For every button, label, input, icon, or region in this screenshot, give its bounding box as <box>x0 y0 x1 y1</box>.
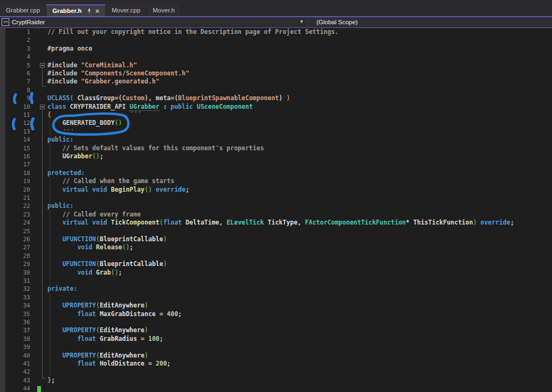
code-text: #include "Components/SceneComponent.h" <box>47 69 189 78</box>
line-number: 13 <box>0 128 30 136</box>
text-caret <box>37 386 41 392</box>
code-line[interactable]: 1// Fill out your copyright notice in th… <box>0 28 552 36</box>
line-number: 22 <box>0 202 30 210</box>
line-number: 33 <box>0 293 30 302</box>
line-number: 20 <box>0 186 30 194</box>
code-editor[interactable]: 1// Fill out your copyright notice in th… <box>0 28 552 392</box>
tab-grabber-h[interactable]: Grabber.h× <box>46 4 106 16</box>
code-line[interactable]: 22public: <box>0 202 552 210</box>
code-text: float HoldDistance = 200; <box>47 360 171 368</box>
code-line[interactable]: 25 <box>0 227 552 235</box>
line-number: 39 <box>0 343 30 351</box>
code-text: UFUNCTION(BlueprintCallable) <box>47 260 167 268</box>
code-line[interactable]: 15 // Sets default values for this compo… <box>0 144 552 152</box>
code-text: void Release(); <box>47 243 133 251</box>
code-line[interactable]: 17 <box>0 160 552 169</box>
line-number: 19 <box>0 177 30 185</box>
tab-grabber-cpp[interactable]: Grabber.cpp <box>0 4 46 16</box>
code-line[interactable]: 3#pragma once <box>0 45 552 53</box>
line-number: 18 <box>0 169 30 177</box>
code-text: private: <box>47 285 77 293</box>
code-text: // Called every frame <box>47 211 141 219</box>
code-line[interactable]: 4 <box>0 53 552 61</box>
code-line[interactable]: 31 <box>0 277 552 285</box>
fold-guide-class <box>42 110 43 378</box>
code-line[interactable]: 26 UFUNCTION(BlueprintCallable) <box>0 235 552 243</box>
pin-icon[interactable] <box>86 8 92 14</box>
code-line[interactable]: 23 // Called every frame <box>0 211 552 219</box>
code-line[interactable]: 37 UPROPERTY(EditAnywhere) <box>0 326 552 334</box>
code-text: UPROPERTY(EditAnywhere) <box>47 352 148 360</box>
line-number: 27 <box>0 243 30 251</box>
code-line[interactable]: 5#include "CoreMinimal.h" <box>0 61 552 69</box>
code-text: protected: <box>47 169 85 177</box>
code-text: UCLASS( ClassGroup=(Custom), meta=(Bluep… <box>47 94 290 102</box>
code-line[interactable]: 41 float HoldDistance = 200; <box>0 360 552 368</box>
code-line[interactable]: 44 <box>0 384 552 392</box>
code-line[interactable]: 13 <box>0 128 552 136</box>
code-line[interactable]: 10class CRYPTRAIDER_API UGrabber : publi… <box>0 103 552 111</box>
line-number: 12 <box>0 119 30 127</box>
code-line[interactable]: 27 void Release(); <box>0 243 552 251</box>
code-line[interactable]: 7#include "Grabber.generated.h" <box>0 78 552 86</box>
code-line[interactable]: 30 void Grab(); <box>0 269 552 277</box>
navigation-bar: ++ CryptRaider ▾ (Global Scope) <box>0 17 552 27</box>
code-line[interactable]: 42 <box>0 368 552 376</box>
code-text: UPROPERTY(EditAnywhere) <box>47 302 148 310</box>
code-line[interactable]: 35 float MaxGrabDistance = 400; <box>0 310 552 318</box>
code-line[interactable]: 40 UPROPERTY(EditAnywhere) <box>0 352 552 360</box>
code-line[interactable]: 6#include "Components/SceneComponent.h" <box>0 69 552 78</box>
code-line[interactable]: 39 <box>0 343 552 351</box>
code-line[interactable]: 33 <box>0 293 552 302</box>
tab-mover-cpp[interactable]: Mover.cpp <box>106 4 147 16</box>
code-line[interactable]: 29 UFUNCTION(BlueprintCallable) <box>0 260 552 268</box>
code-line[interactable]: 20 virtual void BeginPlay() override; <box>0 186 552 194</box>
code-text: UFUNCTION(BlueprintCallable) <box>47 235 167 243</box>
close-icon[interactable]: × <box>95 8 100 15</box>
tab-label: Grabber.cpp <box>6 7 40 13</box>
code-line[interactable]: 38 float GrabRadius = 100; <box>0 335 552 343</box>
code-line[interactable]: 34 UPROPERTY(EditAnywhere) <box>0 302 552 310</box>
code-line[interactable]: 21 <box>0 194 552 202</box>
line-number: 25 <box>0 227 30 235</box>
line-number: 44 <box>0 384 30 392</box>
cpp-project-icon: ++ <box>2 18 9 26</box>
code-line[interactable]: 9UCLASS( ClassGroup=(Custom), meta=(Blue… <box>0 94 552 102</box>
line-number: 41 <box>0 360 30 368</box>
line-number: 8 <box>0 86 30 94</box>
code-line[interactable]: 36 <box>0 318 552 326</box>
line-number: 28 <box>0 252 30 260</box>
line-number: 2 <box>0 36 30 44</box>
code-line[interactable]: 24 virtual void TickComponent(float Delt… <box>0 219 552 227</box>
tab-mover-h[interactable]: Mover.h <box>147 4 181 16</box>
code-text: float MaxGrabDistance = 400; <box>47 310 182 318</box>
code-line[interactable]: 18protected: <box>0 169 552 177</box>
line-number: 16 <box>0 152 30 160</box>
scope-dropdown[interactable]: (Global Scope) <box>308 17 552 27</box>
code-line[interactable]: 16 UGrabber(); <box>0 152 552 160</box>
line-number: 5 <box>0 61 30 69</box>
line-number: 35 <box>0 310 30 318</box>
code-text: GENERATED_BODY() <box>47 119 122 127</box>
code-line[interactable]: 19 // Called when the game starts <box>0 177 552 185</box>
collapse-toggle-includes-icon[interactable] <box>40 63 45 68</box>
line-number: 9 <box>0 94 30 102</box>
code-line[interactable]: 43}; <box>0 376 552 384</box>
line-number: 10 <box>0 103 30 111</box>
code-line[interactable]: 2 <box>0 36 552 44</box>
code-line[interactable]: 32private: <box>0 285 552 293</box>
line-number: 42 <box>0 368 30 376</box>
indent-guide <box>50 120 50 375</box>
project-dropdown[interactable]: ++ CryptRaider ▾ <box>0 17 308 27</box>
code-line[interactable]: 14public: <box>0 136 552 144</box>
code-line[interactable]: 12 GENERATED_BODY() <box>0 119 552 127</box>
code-line[interactable]: 28 <box>0 252 552 260</box>
collapse-toggle-class-icon[interactable] <box>40 104 45 109</box>
chevron-down-icon[interactable]: ▾ <box>300 18 303 24</box>
line-number: 7 <box>0 78 30 86</box>
line-number: 24 <box>0 219 30 227</box>
line-number: 17 <box>0 160 30 169</box>
code-text: virtual void BeginPlay() override; <box>47 186 189 194</box>
code-line[interactable]: 8 <box>0 86 552 94</box>
code-line[interactable]: 11{ <box>0 111 552 119</box>
